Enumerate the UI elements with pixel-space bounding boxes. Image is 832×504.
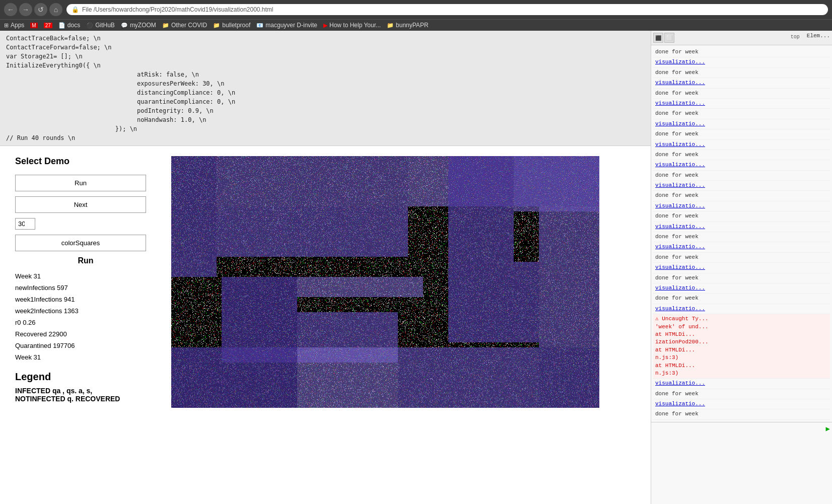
stat-week2-infections: week2Infections 1363 [15,307,156,315]
bookmark-apps[interactable]: ⊞ Apps [4,22,24,29]
log-item: visualizatio... [653,201,830,211]
stat-week2: Week 31 [15,353,156,361]
stat-r0: r0 0.26 [15,319,156,326]
log-item: done for week [653,89,830,99]
main-layout: ContactTraceBack=false; \n ContactTraceF… [0,31,832,504]
code-section: ContactTraceBack=false; \n ContactTraceF… [0,31,651,146]
log-item: done for week [653,389,830,399]
address-bar[interactable]: 🔒 File /Users/howardchong/Proj2020/mathC… [66,4,828,15]
bookmark-myzoom[interactable]: 💬 myZOOM [121,22,156,29]
address-text: File /Users/howardchong/Proj2020/mathCov… [82,6,273,13]
log-item: visualizatio... [653,304,830,314]
vis-container [166,151,646,413]
devtools-undock-btn[interactable]: ⬜ [664,33,674,43]
stat-recovered: Recovered 22900 [15,330,156,338]
back-button[interactable]: ← [4,3,17,16]
log-item: done for week [653,409,830,419]
run-title: Run [15,256,156,265]
home-button[interactable]: ⌂ [49,3,62,16]
simulation-canvas [171,156,599,408]
select-demo-title: Select Demo [15,156,156,167]
code-text: ContactTraceBack=false; \n ContactTraceF… [6,34,645,142]
bookmark-bulletproof[interactable]: 📁 bulletproof [213,22,250,29]
log-item: done for week [653,211,830,222]
next-button[interactable]: Next [15,196,146,213]
reload-button[interactable]: ↺ [34,3,47,16]
apps-icon: ⊞ [4,22,9,29]
log-item: done for week [653,47,830,57]
log-item: visualizatio... [653,283,830,294]
log-item: visualizatio... [653,99,830,109]
browser-chrome: ← → ↺ ⌂ 🔒 File /Users/howardchong/Proj20… [0,0,832,31]
bookmark-bunnypapr[interactable]: 📁 bunnyPAPR [387,22,428,29]
color-squares-button[interactable]: colorSquares [15,235,146,251]
log-item: visualizatio... [653,242,830,252]
log-item: done for week [653,294,830,304]
log-item: visualizatio... [653,78,830,88]
left-controls: Select Demo Run Next colorSquares Run We… [5,151,166,413]
stat-week1-infections: week1Infections 941 [15,296,156,303]
log-item-error: ⚠ Uncaught Ty... 'week' of und... at HTM… [653,314,830,379]
devtools-dock-btn[interactable]: ⬛ [653,33,663,43]
stat-week: Week 31 [15,272,156,280]
bookmark-other-covid[interactable]: 📁 Other COVID [162,22,207,29]
devtools-panel: ⬛ ⬜ top Elem... done for week visualizat… [651,31,832,504]
bookmark-gmail[interactable]: M [30,23,37,28]
log-item: done for week [653,253,830,263]
bookmarks-bar: ⊞ Apps M 27 📄 docs ⚫ GitHuB 💬 myZOOM 📁 O… [0,19,832,31]
log-item: visualizatio... [653,399,830,409]
log-item: visualizatio... [653,140,830,150]
log-item: visualizatio... [653,160,830,170]
devtools-log: done for week visualizatio... done for w… [651,45,832,422]
bookmark-github[interactable]: ⚫ GitHuB [86,22,115,29]
log-item: done for week [653,191,830,201]
log-item: visualizatio... [653,181,830,191]
stat-new-infections: newInfections 597 [15,284,156,292]
log-item: done for week [653,232,830,242]
legend-title: Legend [15,371,156,383]
log-item: done for week [653,68,830,78]
log-item: done for week [653,150,830,160]
log-item: done for week [653,129,830,139]
bookmark-27[interactable]: 27 [44,23,52,28]
devtools-tab-elements[interactable]: Elem... [807,33,830,43]
stat-quarantined: Quarantined 197706 [15,342,156,349]
bookmark-docs[interactable]: 📄 docs [58,22,80,29]
bookmark-macguyver[interactable]: 📧 macguyver D-invite [256,22,317,29]
number-input[interactable] [15,218,35,230]
forward-button[interactable]: → [19,3,32,16]
legend-line2: NOTINFECTED q. RECOVERED [15,395,156,403]
legend-line1: INFECTED qa , qs. a, s, [15,387,156,395]
devtools-header: ⬛ ⬜ top Elem... [651,31,832,45]
demo-area: Select Demo Run Next colorSquares Run We… [0,146,651,418]
devtools-expand-btn[interactable]: ▶ [826,425,830,433]
log-item: done for week [653,171,830,181]
log-item: done for week [653,273,830,283]
page-content: ContactTraceBack=false; \n ContactTraceF… [0,31,651,504]
devtools-top[interactable]: top [788,33,803,43]
log-item: visualizatio... [653,379,830,389]
error-icon: ⚠ [655,316,659,322]
log-item: done for week [653,109,830,119]
run-button[interactable]: Run [15,175,146,191]
log-item: visualizatio... [653,57,830,67]
log-item: visualizatio... [653,222,830,232]
log-item: visualizatio... [653,119,830,129]
bookmark-youtube[interactable]: ▶ How to Help Your... [323,22,381,29]
browser-toolbar: ← → ↺ ⌂ 🔒 File /Users/howardchong/Proj20… [0,0,832,19]
file-icon: 🔒 [72,6,79,13]
nav-buttons: ← → ↺ ⌂ [4,3,62,16]
log-item: visualizatio... [653,263,830,273]
